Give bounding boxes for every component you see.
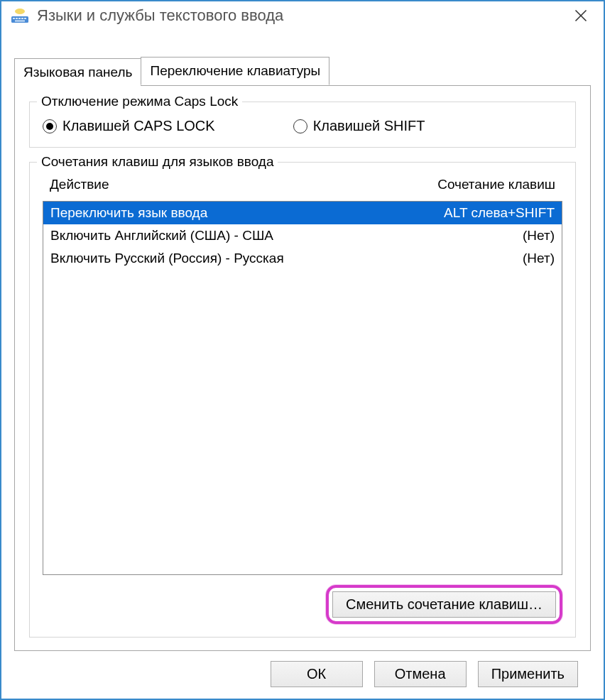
svg-rect-1 <box>11 16 28 23</box>
change-hotkey-button[interactable]: Сменить сочетание клавиш… <box>332 591 556 618</box>
button-label: Применить <box>491 666 565 682</box>
tab-language-panel[interactable]: Языковая панель <box>14 58 141 86</box>
close-button[interactable] <box>567 6 595 26</box>
radio-icon <box>43 119 57 133</box>
tabs-row: Языковая панель Переключение клавиатуры <box>14 57 591 85</box>
list-item[interactable]: Включить Английский (США) - США (Нет) <box>43 224 562 247</box>
row-key: ALT слева+SHIFT <box>377 205 555 221</box>
window-title: Языки и службы текстового ввода <box>37 6 283 25</box>
ok-button[interactable]: ОК <box>271 661 363 687</box>
svg-rect-2 <box>13 18 15 19</box>
caps-lock-group: Отключение режима Caps Lock Клавишей CAP… <box>29 102 576 148</box>
tab-label: Переключение клавиатуры <box>150 63 320 78</box>
hotkeys-group: Сочетания клавиш для языков ввода Действ… <box>29 162 576 638</box>
listview-header: Действие Сочетание клавиш <box>43 173 562 197</box>
svg-point-0 <box>15 9 25 14</box>
app-icon <box>10 6 30 26</box>
listview-body: Переключить язык ввода ALT слева+SHIFT В… <box>43 202 562 574</box>
radio-caps-lock-key[interactable]: Клавишей CAPS LOCK <box>43 118 215 134</box>
list-item[interactable]: Включить Русский (Россия) - Русская (Нет… <box>43 247 562 270</box>
radio-shift-key[interactable]: Клавишей SHIFT <box>293 118 425 134</box>
radio-label: Клавишей CAPS LOCK <box>62 118 215 134</box>
highlight-ring: Сменить сочетание клавиш… <box>326 585 562 624</box>
group-legend: Отключение режима Caps Lock <box>37 94 242 109</box>
row-action: Включить Английский (США) - США <box>50 228 377 244</box>
cancel-button[interactable]: Отмена <box>374 661 467 687</box>
svg-rect-5 <box>21 18 23 19</box>
svg-rect-7 <box>15 21 25 22</box>
caps-radio-row: Клавишей CAPS LOCK Клавишей SHIFT <box>43 118 562 134</box>
svg-rect-6 <box>24 18 26 19</box>
button-label: ОК <box>307 666 326 682</box>
group-legend: Сочетания клавиш для языков ввода <box>37 154 278 170</box>
svg-rect-4 <box>18 18 21 19</box>
change-button-wrap: Сменить сочетание клавиш… <box>43 585 562 624</box>
tab-panel: Отключение режима Caps Lock Клавишей CAP… <box>14 85 591 651</box>
row-action: Включить Русский (Россия) - Русская <box>50 251 377 266</box>
titlebar: Языки и службы текстового ввода <box>1 1 604 33</box>
button-label: Сменить сочетание клавиш… <box>346 596 543 612</box>
svg-rect-3 <box>16 18 18 19</box>
tab-label: Языковая панель <box>23 65 132 80</box>
radio-label: Клавишей SHIFT <box>313 118 425 134</box>
tab-keyboard-switching[interactable]: Переключение клавиатуры <box>141 57 329 85</box>
row-key: (Нет) <box>377 228 555 244</box>
close-icon <box>574 9 588 23</box>
col-action-header: Действие <box>50 177 378 192</box>
col-key-header: Сочетание клавиш <box>378 177 555 192</box>
radio-icon <box>293 119 307 133</box>
button-label: Отмена <box>395 666 446 682</box>
row-action: Переключить язык ввода <box>50 205 377 221</box>
row-key: (Нет) <box>377 251 555 266</box>
list-item[interactable]: Переключить язык ввода ALT слева+SHIFT <box>43 202 562 224</box>
content-area: Языковая панель Переключение клавиатуры … <box>1 33 604 699</box>
apply-button[interactable]: Применить <box>478 661 578 687</box>
dialog-window: Языки и службы текстового ввода Языковая… <box>0 0 605 700</box>
dialog-buttons: ОК Отмена Применить <box>14 651 591 687</box>
hotkeys-listview[interactable]: Переключить язык ввода ALT слева+SHIFT В… <box>43 201 562 575</box>
